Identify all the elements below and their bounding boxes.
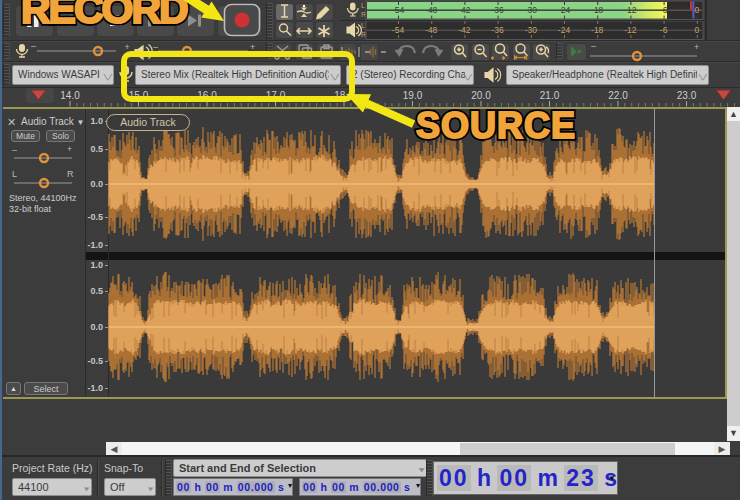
- svg-text:RECORD: RECORD: [21, 0, 187, 32]
- svg-text:SOURCE: SOURCE: [416, 105, 576, 146]
